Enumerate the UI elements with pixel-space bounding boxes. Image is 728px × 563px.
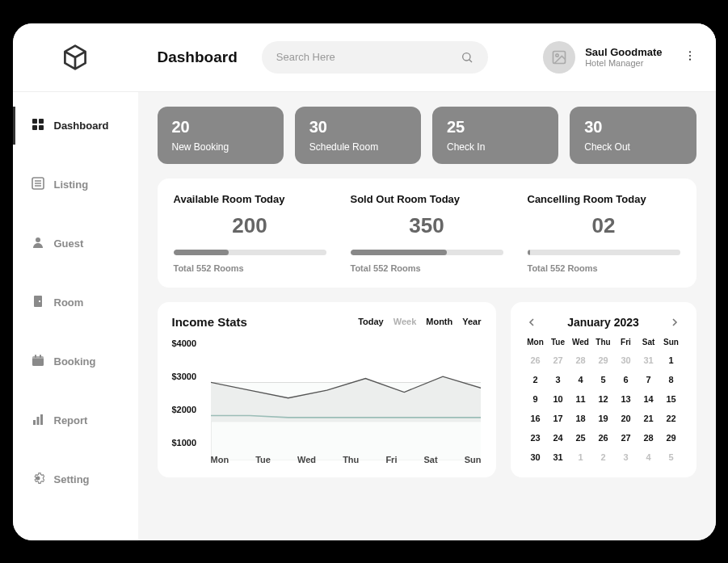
sidebar-item-setting[interactable]: Setting [13, 460, 138, 498]
calendar-day[interactable]: 26 [593, 431, 614, 445]
calendar-day[interactable]: 5 [593, 372, 614, 387]
calendar-day[interactable]: 25 [570, 431, 591, 445]
calendar-day[interactable]: 16 [525, 411, 546, 426]
search-input[interactable] [276, 51, 452, 63]
svg-rect-1 [39, 119, 44, 124]
calendar-day[interactable]: 27 [616, 431, 637, 445]
chart-x-tick: Thu [343, 455, 359, 464]
logo [13, 23, 138, 92]
calendar-next-button[interactable] [667, 315, 681, 330]
room-title: Cancelling Room Today [528, 193, 680, 205]
stat-card[interactable]: 30Check Out [570, 107, 696, 164]
grid-icon [32, 118, 44, 133]
calendar-day[interactable]: 10 [548, 392, 569, 406]
sidebar-item-guest[interactable]: Guest [13, 225, 138, 263]
calendar-day[interactable]: 1 [661, 353, 682, 368]
stat-value: 30 [309, 118, 406, 137]
calendar-day[interactable]: 20 [616, 411, 637, 426]
calendar-day[interactable]: 2 [525, 372, 546, 387]
range-option[interactable]: Year [462, 317, 481, 326]
header: Dashboard Saul Goodmate Hotel Manager [138, 23, 716, 92]
calendar-day[interactable]: 30 [616, 353, 637, 368]
range-option[interactable]: Month [426, 317, 452, 326]
calendar-day[interactable]: 18 [570, 411, 591, 426]
calendar-day[interactable]: 11 [570, 392, 591, 406]
calendar-day[interactable]: 24 [548, 431, 569, 445]
range-option[interactable]: Today [358, 317, 384, 326]
chart-x-tick: Tue [255, 455, 271, 464]
main: Dashboard Saul Goodmate Hotel Manager 20… [138, 23, 716, 540]
calendar-day[interactable]: 21 [638, 411, 659, 426]
calendar-day[interactable]: 1 [570, 450, 591, 464]
calendar-dow: Mon [525, 338, 546, 347]
calendar-day[interactable]: 5 [661, 450, 682, 464]
calendar-dow: Tue [548, 338, 569, 347]
range-option[interactable]: Week [393, 317, 417, 326]
calendar-day[interactable]: 4 [570, 372, 591, 387]
calendar-day[interactable]: 22 [661, 411, 682, 426]
calendar-grid: MonTueWedThuFriSatSun2627282930311234567… [525, 338, 682, 464]
calendar-day[interactable]: 23 [525, 431, 546, 445]
calendar-day[interactable]: 31 [548, 450, 569, 464]
rooms-row: Available Room Today 200 Total 552 Rooms… [158, 179, 696, 288]
user-block[interactable]: Saul Goodmate Hotel Manager [543, 41, 696, 74]
calendar-day[interactable]: 26 [525, 353, 546, 368]
room-progress [351, 250, 503, 255]
svg-point-24 [688, 58, 690, 60]
svg-rect-10 [39, 300, 40, 302]
room-title: Available Room Today [174, 193, 326, 205]
sidebar-item-dashboard[interactable]: Dashboard [13, 107, 138, 145]
stat-card[interactable]: 30Schedule Room [295, 107, 421, 164]
calendar-day[interactable]: 28 [570, 353, 591, 368]
sidebar-item-listing[interactable]: Listing [13, 166, 138, 204]
svg-line-19 [469, 59, 471, 61]
stat-card[interactable]: 25Check In [432, 107, 558, 164]
calendar-day[interactable]: 14 [638, 392, 659, 406]
sidebar-item-booking[interactable]: Booking [13, 342, 138, 380]
calendar-day[interactable]: 3 [548, 372, 569, 387]
chart-y-tick: $1000 [172, 438, 208, 447]
calendar-prev-button[interactable] [525, 315, 540, 330]
room-progress-bar [351, 250, 447, 255]
sidebar-item-room[interactable]: Room [13, 284, 138, 321]
svg-rect-12 [32, 356, 44, 359]
calendar-day[interactable]: 29 [593, 353, 614, 368]
calendar-dow: Wed [570, 338, 591, 347]
chart-x-tick: Wed [297, 455, 316, 464]
more-button[interactable] [684, 49, 696, 65]
calendar-day[interactable]: 31 [638, 353, 659, 368]
calendar-day[interactable]: 19 [593, 411, 614, 426]
calendar-day[interactable]: 7 [638, 372, 659, 387]
nav: DashboardListingGuestRoomBookingReportSe… [13, 92, 138, 540]
calendar-day[interactable]: 17 [548, 411, 569, 426]
calendar-day[interactable]: 3 [616, 450, 637, 464]
sidebar-item-label: Dashboard [54, 120, 109, 132]
calendar-day[interactable]: 29 [661, 431, 682, 445]
stat-card[interactable]: 20New Booking [158, 107, 284, 164]
calendar-day[interactable]: 28 [638, 431, 659, 445]
chevron-left-icon [528, 318, 537, 326]
sidebar-item-report[interactable]: Report [13, 401, 138, 439]
search-box[interactable] [262, 41, 488, 74]
room-progress [174, 250, 326, 255]
calendar-dow: Sat [638, 338, 659, 347]
logo-icon [61, 43, 90, 72]
stat-value: 25 [447, 118, 544, 137]
calendar-day[interactable]: 15 [661, 392, 682, 406]
user-name: Saul Goodmate [585, 46, 662, 58]
income-head: Income Stats TodayWeekMonthYear [172, 315, 482, 329]
calendar-day[interactable]: 13 [616, 392, 637, 406]
stat-value: 20 [172, 118, 269, 137]
chart-y-tick: $4000 [172, 338, 208, 348]
calendar-day[interactable]: 8 [661, 372, 682, 387]
calendar-day[interactable]: 4 [638, 450, 659, 464]
calendar-day[interactable]: 2 [593, 450, 614, 464]
stat-label: Schedule Room [309, 141, 406, 153]
calendar-day[interactable]: 9 [525, 392, 546, 406]
calendar-day[interactable]: 12 [593, 392, 614, 406]
calendar-day[interactable]: 6 [616, 372, 637, 387]
calendar-day[interactable]: 27 [548, 353, 569, 368]
chart-y-tick: $2000 [172, 405, 208, 414]
calendar-day[interactable]: 30 [525, 450, 546, 464]
room-progress-bar [174, 250, 229, 255]
